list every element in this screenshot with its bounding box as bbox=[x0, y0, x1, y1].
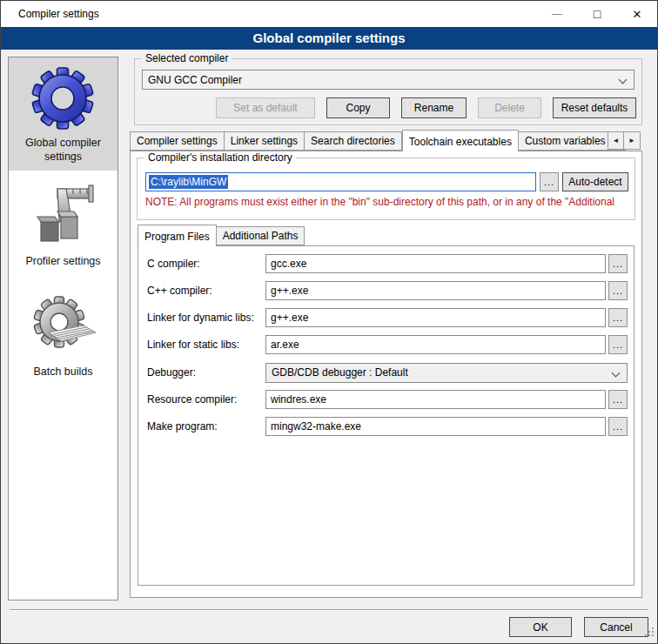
arrow-right-icon: ► bbox=[628, 137, 635, 144]
tab-linker-settings[interactable]: Linker settings bbox=[225, 131, 305, 151]
subtab-program-files[interactable]: Program Files bbox=[138, 225, 217, 246]
sidebar-item-label: Batch builds bbox=[10, 366, 116, 379]
close-icon: ✕ bbox=[633, 8, 642, 21]
field-label: C compiler: bbox=[147, 258, 265, 270]
tab-scroll-right-button[interactable]: ► bbox=[624, 131, 641, 150]
c-compiler-browse-button[interactable]: ... bbox=[608, 254, 628, 273]
debugger-select[interactable]: GDB/CDB debugger : Default bbox=[265, 363, 628, 383]
static-linker-input[interactable] bbox=[265, 335, 606, 354]
tab-search-directories[interactable]: Search directories bbox=[305, 131, 402, 151]
settings-tabstrip: Compiler settings Linker settings Search… bbox=[130, 131, 611, 151]
maximize-button[interactable]: □ bbox=[577, 1, 617, 27]
cpp-compiler-input[interactable] bbox=[265, 281, 606, 300]
titlebar: Compiler settings — □ ✕ bbox=[1, 1, 657, 27]
minimize-icon: — bbox=[552, 8, 562, 20]
rename-button[interactable]: Rename bbox=[401, 97, 467, 118]
field-row-static-linker: Linker for static libs: ... bbox=[147, 335, 628, 354]
resource-compiler-browse-button[interactable]: ... bbox=[608, 390, 628, 409]
compiler-actions: Set as default Copy Rename Delete Reset … bbox=[135, 97, 636, 118]
cpp-compiler-browse-button[interactable]: ... bbox=[608, 281, 628, 300]
maximize-icon: □ bbox=[594, 7, 601, 21]
static-linker-browse-button[interactable]: ... bbox=[608, 335, 628, 354]
ok-button[interactable]: OK bbox=[509, 617, 572, 637]
selected-compiler-legend: Selected compiler bbox=[142, 52, 232, 64]
tab-toolchain-executables[interactable]: Toolchain executables bbox=[402, 130, 519, 151]
arrow-left-icon: ◄ bbox=[613, 137, 620, 144]
resource-compiler-input[interactable] bbox=[265, 390, 606, 409]
make-program-browse-button[interactable]: ... bbox=[608, 417, 628, 436]
field-label: Linker for static libs: bbox=[147, 339, 265, 351]
field-row-debugger: Debugger: GDB/CDB debugger : Default bbox=[147, 363, 628, 382]
sidebar-item-label: Profiler settings bbox=[10, 255, 116, 269]
selected-compiler-group: Selected compiler GNU GCC Compiler Set a… bbox=[134, 58, 642, 125]
program-files-page: C compiler: ... C++ compiler: ... Linker… bbox=[138, 245, 634, 586]
close-button[interactable]: ✕ bbox=[617, 1, 657, 27]
compiler-settings-dialog: Compiler settings — □ ✕ Global compiler … bbox=[0, 0, 658, 644]
sidebar-item-global-compiler-settings[interactable]: Global compiler settings bbox=[9, 57, 118, 171]
installation-directory-input[interactable]: C:\raylib\MinGW bbox=[145, 172, 536, 191]
cancel-button[interactable]: Cancel bbox=[584, 617, 648, 637]
blue-gear-icon bbox=[26, 64, 100, 133]
field-row-resource-compiler: Resource compiler: ... bbox=[147, 390, 628, 409]
dialog-heading: Global compiler settings bbox=[1, 27, 657, 50]
reset-defaults-button[interactable]: Reset defaults bbox=[553, 97, 636, 118]
installation-directory-value: C:\raylib\MinGW bbox=[149, 175, 228, 189]
toolchain-executables-page: Compiler's installation directory C:\ray… bbox=[130, 151, 642, 598]
tab-scroll-left-button[interactable]: ◄ bbox=[608, 131, 624, 150]
dynamic-linker-browse-button[interactable]: ... bbox=[608, 308, 628, 327]
installation-directory-row: C:\raylib\MinGW ... Auto-detect bbox=[145, 172, 628, 191]
installation-directory-group: Compiler's installation directory C:\ray… bbox=[137, 158, 635, 220]
caliper-icon bbox=[26, 182, 100, 252]
sidebar-item-batch-builds[interactable]: Batch builds bbox=[9, 286, 118, 386]
footer-divider bbox=[10, 609, 648, 611]
compiler-select-value: GNU GCC Compiler bbox=[148, 74, 242, 86]
dynamic-linker-input[interactable] bbox=[265, 308, 606, 327]
installation-directory-legend: Compiler's installation directory bbox=[144, 151, 296, 164]
set-as-default-button[interactable]: Set as default bbox=[216, 97, 315, 118]
auto-detect-button[interactable]: Auto-detect bbox=[562, 172, 628, 191]
resize-grip-icon[interactable] bbox=[644, 625, 655, 641]
field-label: Linker for dynamic libs: bbox=[147, 312, 265, 324]
subtab-additional-paths[interactable]: Additional Paths bbox=[217, 226, 306, 245]
chevron-down-icon bbox=[619, 76, 628, 84]
make-program-input[interactable] bbox=[265, 417, 606, 436]
tab-custom-variables[interactable]: Custom variables bbox=[519, 131, 613, 151]
chevron-down-icon bbox=[612, 368, 621, 377]
field-label: Resource compiler: bbox=[147, 393, 265, 406]
field-row-c-compiler: C compiler: ... bbox=[147, 254, 628, 273]
executables-subtabstrip: Program Files Additional Paths bbox=[138, 226, 305, 246]
sidebar-item-profiler-settings[interactable]: Profiler settings bbox=[9, 176, 118, 276]
field-row-make-program: Make program: ... bbox=[147, 417, 628, 436]
c-compiler-input[interactable] bbox=[265, 254, 606, 273]
delete-button[interactable]: Delete bbox=[478, 97, 541, 118]
gray-gear-stack-icon bbox=[26, 292, 100, 362]
installation-directory-browse-button[interactable]: ... bbox=[540, 172, 559, 191]
settings-category-list: Global compiler settings bbox=[8, 57, 118, 600]
minimize-button[interactable]: — bbox=[537, 1, 577, 27]
window-title: Compiler settings bbox=[18, 8, 99, 20]
field-row-cpp-compiler: C++ compiler: ... bbox=[147, 281, 628, 300]
tab-compiler-settings[interactable]: Compiler settings bbox=[130, 131, 225, 151]
field-label: Make program: bbox=[147, 420, 265, 433]
tab-scroll-controls: ◄ ► bbox=[608, 131, 641, 150]
sidebar-item-label: Global compiler settings bbox=[10, 137, 116, 164]
field-row-dynamic-linker: Linker for dynamic libs: ... bbox=[147, 308, 628, 327]
compiler-select[interactable]: GNU GCC Compiler bbox=[142, 70, 634, 90]
copy-button[interactable]: Copy bbox=[326, 97, 390, 118]
installation-note: NOTE: All programs must exist either in … bbox=[145, 196, 633, 208]
field-label: Debugger: bbox=[147, 366, 265, 379]
debugger-select-value: GDB/CDB debugger : Default bbox=[272, 366, 408, 379]
field-label: C++ compiler: bbox=[147, 285, 265, 297]
